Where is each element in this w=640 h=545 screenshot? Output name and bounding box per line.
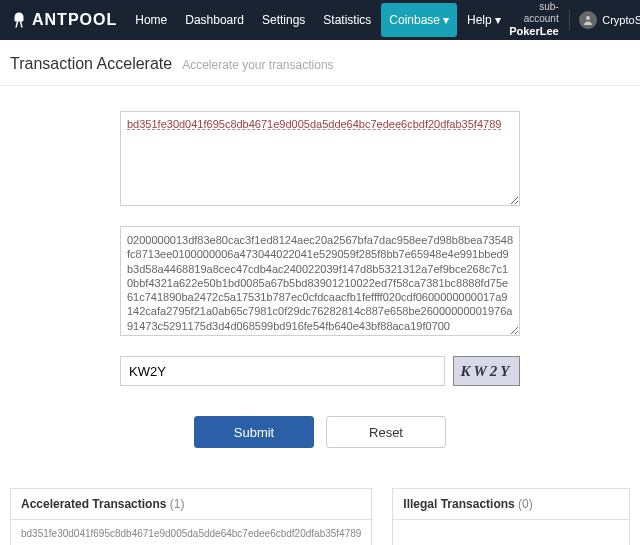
illegal-panel-header: Illegal Transactions (0)	[393, 489, 629, 520]
sub-account-name: PokerLee	[509, 25, 559, 37]
accelerated-panel: Accelerated Transactions (1) bd351fe30d0…	[10, 488, 372, 545]
main-nav: Home Dashboard Settings Statistics Coinb…	[127, 3, 509, 37]
accelerated-panel-header: Accelerated Transactions (1)	[11, 489, 371, 520]
accelerate-form: KW2Y Submit Reset	[120, 111, 520, 448]
nav-coinbase[interactable]: Coinbase ▾	[381, 3, 457, 37]
accelerated-panel-body: bd351fe30d041f695c8db4671e9d005da5dde64b…	[11, 520, 371, 545]
chevron-down-icon: ▾	[553, 38, 559, 50]
chevron-down-icon: ▾	[443, 13, 449, 27]
nav-help[interactable]: Help ▾	[459, 3, 509, 37]
chevron-down-icon: ▾	[495, 13, 501, 27]
divider	[569, 10, 570, 30]
sub-account-label: current sub-account	[509, 0, 559, 25]
raw-tx-input[interactable]	[120, 226, 520, 336]
svg-point-0	[586, 16, 590, 20]
page-title: Transaction Accelerate	[10, 55, 172, 73]
logo[interactable]: ANTPOOL	[10, 11, 117, 29]
main-content: KW2Y Submit Reset	[0, 86, 640, 478]
nav-settings[interactable]: Settings	[254, 3, 313, 37]
nav-dashboard[interactable]: Dashboard	[177, 3, 252, 37]
avatar-icon	[579, 11, 597, 29]
captcha-image[interactable]: KW2Y	[453, 356, 520, 386]
captcha-row: KW2Y	[120, 356, 520, 386]
page-subtitle: Accelerate your transactions	[182, 58, 333, 72]
illegal-panel-body	[393, 520, 629, 540]
header-right: current sub-account PokerLee ▾ CryptoSte…	[509, 0, 640, 51]
reset-button[interactable]: Reset	[326, 416, 446, 448]
button-row: Submit Reset	[120, 416, 520, 448]
nav-statistics[interactable]: Statistics	[315, 3, 379, 37]
txid-input[interactable]	[120, 111, 520, 206]
username: CryptoSteemz	[602, 14, 640, 26]
illegal-panel: Illegal Transactions (0)	[392, 488, 630, 545]
logo-icon	[10, 11, 28, 29]
submit-button[interactable]: Submit	[194, 416, 314, 448]
header: ANTPOOL Home Dashboard Settings Statisti…	[0, 0, 640, 40]
nav-home[interactable]: Home	[127, 3, 175, 37]
tx-row: bd351fe30d041f695c8db4671e9d005da5dde64b…	[21, 528, 361, 539]
user-menu[interactable]: CryptoSteemz	[579, 11, 640, 29]
sub-account-selector[interactable]: current sub-account PokerLee ▾	[509, 0, 559, 51]
tx-panels: Accelerated Transactions (1) bd351fe30d0…	[0, 478, 640, 545]
logo-text: ANTPOOL	[32, 11, 117, 29]
captcha-input[interactable]	[120, 356, 445, 386]
